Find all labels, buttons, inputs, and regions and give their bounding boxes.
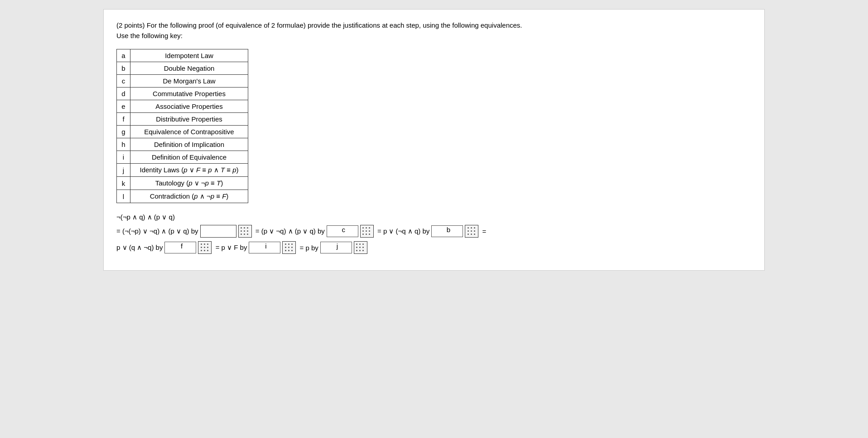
key-table-row: fDistributive Properties bbox=[117, 113, 248, 126]
key-table-row: dCommutative Properties bbox=[117, 88, 248, 100]
key-law: Commutative Properties bbox=[130, 88, 248, 100]
key-law: Definition of Equivalence bbox=[130, 151, 248, 164]
step2-dots-3[interactable] bbox=[354, 241, 367, 254]
proof-line-1: = (¬(¬p) ∨ ¬q) ∧ (p ∨ q) by = (p ∨ ¬q) ∧… bbox=[116, 225, 752, 238]
key-law: Equivalence of Contrapositive bbox=[130, 126, 248, 138]
instructions: (2 points) For the following proof (of e… bbox=[116, 20, 752, 41]
step2-mid: = p ∨ F by bbox=[213, 243, 247, 252]
step2-end: = p by bbox=[298, 244, 318, 252]
key-table-row: jIdentity Laws (p ∨ F ≡ p ∧ T ≡ p) bbox=[117, 164, 248, 177]
key-letter: e bbox=[117, 100, 130, 113]
step1-mid: = (p ∨ ¬q) ∧ (p ∨ q) by bbox=[254, 227, 325, 235]
step1-answer-box-2[interactable]: c bbox=[327, 225, 358, 237]
step1-answer-box-1[interactable] bbox=[200, 225, 236, 238]
start-formula: ¬(¬p ∧ q) ∧ (p ∨ q) bbox=[116, 213, 175, 221]
proof-start-line: ¬(¬p ∧ q) ∧ (p ∨ q) bbox=[116, 213, 752, 221]
key-table-row: bDouble Negation bbox=[117, 62, 248, 75]
key-law: Associative Properties bbox=[130, 100, 248, 113]
key-law: Distributive Properties bbox=[130, 113, 248, 126]
step1-prefix: = (¬(¬p) ∨ ¬q) ∧ (p ∨ q) by bbox=[116, 227, 198, 235]
key-table-row: iDefinition of Equivalence bbox=[117, 151, 248, 164]
key-letter: c bbox=[117, 75, 130, 88]
step1-equals: = bbox=[480, 228, 486, 235]
key-law: Tautology (p ∨ ¬p ≡ T) bbox=[130, 177, 248, 190]
key-table-row: cDe Morgan's Law bbox=[117, 75, 248, 88]
key-letter: g bbox=[117, 126, 130, 138]
key-law: Double Negation bbox=[130, 62, 248, 75]
step2-answer-box-1[interactable]: f bbox=[164, 242, 196, 253]
key-table-row: eAssociative Properties bbox=[117, 100, 248, 113]
step2-answer-box-2[interactable]: i bbox=[249, 242, 280, 253]
key-letter: a bbox=[117, 49, 130, 62]
step1-dots-2[interactable] bbox=[360, 225, 374, 238]
key-table-row: lContradiction (p ∧ ¬p ≡ F) bbox=[117, 190, 248, 203]
key-table-row: hDefinition of Implication bbox=[117, 138, 248, 151]
step1-dots-3[interactable] bbox=[465, 225, 478, 238]
instruction-line2: Use the following key: bbox=[116, 31, 752, 41]
step1-end: = p ∨ (¬q ∧ q) by bbox=[376, 227, 430, 235]
key-letter: l bbox=[117, 190, 130, 203]
step1-answer-box-3[interactable]: b bbox=[431, 225, 463, 237]
key-table: aIdempotent LawbDouble NegationcDe Morga… bbox=[116, 49, 248, 203]
key-table-row: gEquivalence of Contrapositive bbox=[117, 126, 248, 138]
key-letter: j bbox=[117, 164, 130, 177]
key-letter: h bbox=[117, 138, 130, 151]
dots-grid-3 bbox=[468, 227, 476, 236]
key-letter: k bbox=[117, 177, 130, 190]
key-law: De Morgan's Law bbox=[130, 75, 248, 88]
proof-line-2: p ∨ (q ∧ ¬q) by f = p ∨ F by i = p by bbox=[116, 241, 752, 254]
key-letter: f bbox=[117, 113, 130, 126]
step2-dots-1[interactable] bbox=[198, 241, 212, 254]
dots-grid-1 bbox=[241, 227, 249, 236]
main-card: (2 points) For the following proof (of e… bbox=[103, 9, 765, 271]
instruction-line1: (2 points) For the following proof (of e… bbox=[116, 20, 752, 31]
dots-grid-5 bbox=[285, 243, 294, 252]
key-law: Contradiction (p ∧ ¬p ≡ F) bbox=[130, 190, 248, 203]
key-law: Definition of Implication bbox=[130, 138, 248, 151]
step2-answer-box-3[interactable]: j bbox=[320, 242, 352, 253]
proof-area: ¬(¬p ∧ q) ∧ (p ∨ q) = (¬(¬p) ∨ ¬q) ∧ (p … bbox=[116, 213, 752, 254]
dots-grid-2 bbox=[362, 227, 371, 236]
key-letter: d bbox=[117, 88, 130, 100]
key-table-row: kTautology (p ∨ ¬p ≡ T) bbox=[117, 177, 248, 190]
step2-dots-2[interactable] bbox=[282, 241, 296, 254]
key-law: Identity Laws (p ∨ F ≡ p ∧ T ≡ p) bbox=[130, 164, 248, 177]
key-letter: b bbox=[117, 62, 130, 75]
step2-prefix: p ∨ (q ∧ ¬q) by bbox=[116, 243, 163, 252]
key-table-row: aIdempotent Law bbox=[117, 49, 248, 62]
key-law: Idempotent Law bbox=[130, 49, 248, 62]
dots-grid-4 bbox=[201, 243, 209, 252]
key-letter: i bbox=[117, 151, 130, 164]
dots-grid-6 bbox=[356, 243, 365, 252]
step1-dots-1[interactable] bbox=[238, 225, 252, 238]
